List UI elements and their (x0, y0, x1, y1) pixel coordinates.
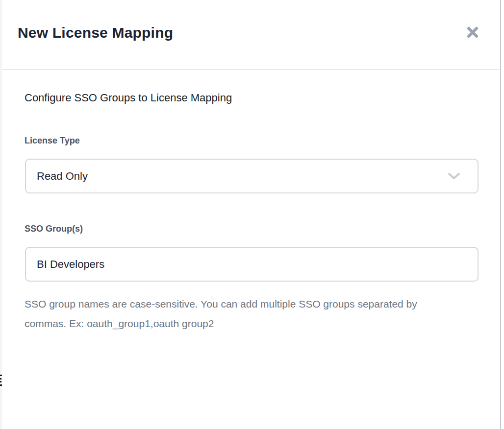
close-button[interactable] (463, 23, 482, 42)
clipped-list-icon (0, 378, 1, 380)
sso-groups-label: SSO Group(s) (25, 224, 83, 234)
config-heading: Configure SSO Groups to License Mapping (25, 92, 232, 104)
chevron-down-icon (447, 172, 461, 180)
new-license-mapping-dialog: New License Mapping Configure SSO Groups… (2, 0, 501, 429)
screen: New License Mapping Configure SSO Groups… (0, 0, 504, 429)
dialog-header: New License Mapping (2, 0, 500, 70)
x-icon (465, 24, 480, 40)
license-type-selected-value: Read Only (37, 170, 88, 183)
sso-groups-help-text: SSO group names are case-sensitive. You … (25, 294, 441, 334)
license-type-select[interactable]: Read Only (25, 159, 479, 193)
clipped-list-icon (0, 381, 1, 382)
dialog-title: New License Mapping (18, 24, 173, 41)
sso-groups-input[interactable] (25, 247, 479, 282)
license-type-label: License Type (25, 136, 80, 146)
